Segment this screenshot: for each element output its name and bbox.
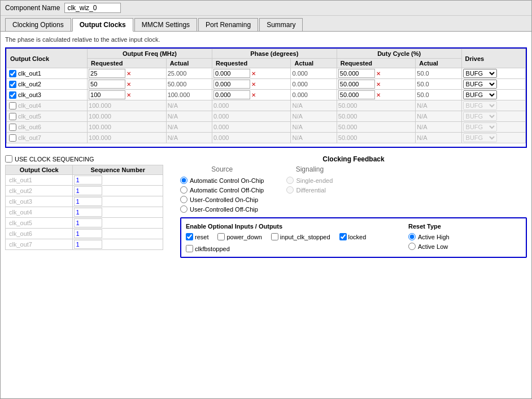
clock-input[interactable] — [338, 90, 375, 99]
clock-name: clk_out3 — [18, 91, 41, 98]
radio-user-off-chip[interactable]: User-Controlled Off-Chip — [180, 205, 264, 213]
clear-icon[interactable]: ✕ — [251, 92, 256, 98]
list-item: clk_out4 — [6, 207, 163, 218]
seq-number-input[interactable] — [74, 197, 102, 206]
clock-value: 50.000 — [338, 134, 357, 141]
clock-enable-checkbox[interactable] — [9, 81, 16, 88]
clock-name: clk_out5 — [18, 113, 41, 120]
clock-enable-checkbox[interactable] — [9, 70, 16, 77]
tab-output-clocks[interactable]: Output Clocks — [72, 18, 133, 32]
drives-select[interactable]: BUFGBUFHBUFIOBUFMRBUFRBUFDS — [463, 80, 497, 89]
check-locked[interactable]: locked — [339, 233, 367, 240]
clock-value: 0.000 — [292, 91, 308, 98]
check-reset[interactable]: reset — [186, 233, 208, 240]
clock-input[interactable] — [89, 69, 125, 78]
col-header-phase: Phase (degrees) — [212, 49, 337, 59]
component-name-input[interactable] — [64, 3, 121, 13]
tab-summary[interactable]: Summary — [259, 18, 303, 31]
clock-value: 50.0 — [417, 70, 429, 77]
clock-enable-checkbox[interactable] — [9, 102, 16, 109]
clock-input[interactable] — [213, 80, 250, 89]
locked-checkbox[interactable] — [339, 233, 347, 240]
radio-single-ended[interactable]: Single-ended — [286, 177, 333, 184]
info-text: The phase is calculated relative to the … — [5, 36, 527, 43]
clock-value: 100.000 — [168, 91, 190, 98]
list-item: clk_out1 — [6, 175, 163, 186]
clear-icon[interactable]: ✕ — [376, 92, 381, 98]
seq-number-input[interactable] — [74, 186, 102, 195]
subheader-freq-req: Requested — [88, 59, 167, 68]
seq-header: USE CLOCK SEQUENCING — [5, 155, 175, 163]
tab-clocking-options[interactable]: Clocking Options — [5, 18, 71, 31]
clear-icon[interactable]: ✕ — [127, 81, 131, 87]
clock-enable-checkbox[interactable] — [9, 124, 16, 131]
clock-input[interactable] — [213, 90, 250, 99]
optional-title: Enable Optional Inputs / Outputs — [186, 223, 397, 230]
clock-name: clk_out6 — [18, 124, 41, 130]
clock-enable-checkbox[interactable] — [9, 134, 16, 142]
seq-number-input[interactable] — [74, 208, 102, 217]
input-clk-stopped-checkbox[interactable] — [271, 233, 278, 240]
clear-icon[interactable]: ✕ — [251, 81, 256, 87]
check-power-down[interactable]: power_down — [217, 233, 261, 240]
clear-icon[interactable]: ✕ — [376, 81, 381, 87]
clock-input[interactable] — [89, 90, 125, 99]
feedback-title: Clocking Feedback — [180, 155, 527, 163]
clear-icon[interactable]: ✕ — [127, 92, 131, 98]
seq-number-input[interactable] — [74, 176, 102, 185]
table-row: clk_out1✕25.000✕0.000✕50.0BUFGBUFHBUFIOB… — [7, 68, 526, 79]
table-row: clk_out5100.000N/A0.000N/A50.000N/ABUFGB… — [7, 111, 526, 122]
drives-select[interactable]: BUFGBUFHBUFIOBUFMRBUFRBUFDS — [463, 112, 497, 121]
power-down-checkbox[interactable] — [217, 233, 225, 240]
list-item: clk_out7 — [6, 239, 163, 250]
clock-name: clk_out2 — [18, 81, 41, 87]
clock-input[interactable] — [338, 80, 375, 89]
radio-active-high[interactable]: Active High — [408, 233, 521, 240]
main-window: Component Name Clocking Options Output C… — [0, 0, 532, 399]
clock-input[interactable] — [338, 69, 375, 78]
clock-value: N/A — [168, 113, 178, 120]
drives-select[interactable]: BUFGBUFHBUFIOBUFMRBUFRBUFDS — [463, 133, 497, 142]
drives-select[interactable]: BUFGBUFHBUFIOBUFMRBUFRBUFDS — [463, 90, 497, 99]
clock-value: 25.000 — [168, 70, 187, 77]
radio-auto-on-chip[interactable]: Automatic Control On-Chip — [180, 177, 264, 184]
subheader-phase-act: Actual — [291, 59, 337, 68]
clear-icon[interactable]: ✕ — [127, 71, 131, 77]
list-item: clk_out3 — [6, 196, 163, 207]
tab-mmcm-settings[interactable]: MMCM Settings — [134, 18, 197, 31]
reset-checkbox[interactable] — [186, 233, 193, 240]
feedback-section: Clocking Feedback Source Automatic Contr… — [180, 155, 527, 213]
clkfbstopped-checkbox[interactable] — [186, 245, 193, 252]
clock-input[interactable] — [213, 69, 250, 78]
seq-number-input[interactable] — [74, 240, 102, 249]
tab-port-renaming[interactable]: Port Renaming — [198, 18, 258, 31]
clear-icon[interactable]: ✕ — [376, 71, 381, 77]
clock-value: 100.000 — [89, 102, 111, 109]
source-label: Source — [180, 165, 264, 173]
clock-input[interactable] — [89, 80, 125, 89]
radio-user-on-chip[interactable]: User-Controlled On-Chip — [180, 196, 264, 203]
title-bar: Component Name — [1, 1, 531, 16]
drives-select[interactable]: BUFGBUFHBUFIOBUFMRBUFRBUFDS — [463, 122, 497, 131]
radio-auto-off-chip[interactable]: Automatic Control Off-Chip — [180, 186, 264, 194]
seq-number-input[interactable] — [74, 218, 102, 227]
optional-section: Enable Optional Inputs / Outputs reset p… — [180, 217, 527, 258]
seq-clock-name: clk_out3 — [6, 196, 73, 207]
radio-active-low[interactable]: Active Low — [408, 243, 521, 250]
seq-clock-name: clk_out7 — [6, 239, 73, 250]
check-clkfbstopped[interactable]: clkfbstopped — [186, 245, 230, 252]
table-row: clk_out4100.000N/A0.000N/A50.000N/ABUFGB… — [7, 100, 526, 111]
use-clock-sequencing-checkbox[interactable] — [5, 155, 12, 163]
clear-icon[interactable]: ✕ — [251, 71, 256, 77]
drives-select[interactable]: BUFGBUFHBUFIOBUFMRBUFRBUFDS — [463, 101, 497, 110]
clock-enable-checkbox[interactable] — [9, 113, 16, 120]
check-input-clk-stopped[interactable]: input_clk_stopped — [271, 233, 330, 240]
bottom-section: USE CLOCK SEQUENCING Output Clock Sequen… — [5, 155, 527, 258]
seq-number-input[interactable] — [74, 229, 102, 238]
clock-value: 0.000 — [292, 70, 308, 77]
radio-differential[interactable]: Differential — [286, 186, 333, 194]
reset-section: Reset Type Active High Active Low — [408, 223, 521, 252]
clock-enable-checkbox[interactable] — [9, 91, 16, 99]
drives-select[interactable]: BUFGBUFHBUFIOBUFMRBUFRBUFDS — [463, 69, 497, 78]
subheader-phase-req: Requested — [212, 59, 291, 68]
